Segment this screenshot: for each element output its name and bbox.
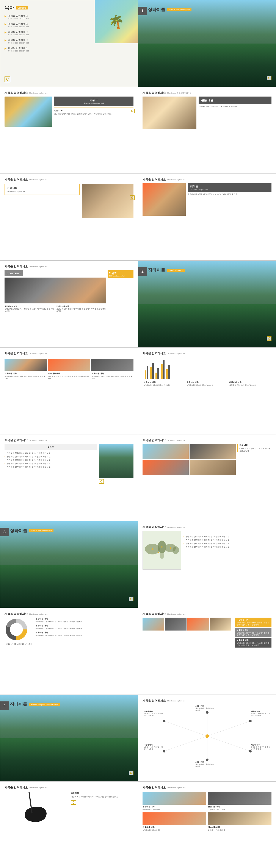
click-text[interactable]: Click to add caption text <box>167 179 185 181</box>
info-boxes-area: 서술내용 대목 설명을 이 칸에 추가 할 수 있습니다 설명 줄 입력 하십시… <box>235 618 272 648</box>
info-desc-2: 설명을 이 칸에 추가 할 수 있습니다 설명 줄 입력 하십시오 추가 설명 … <box>237 632 270 637</box>
toc-item[interactable]: ▶ 제목을 입력하세요 Click to add caption text <box>4 46 133 52</box>
images-grid <box>143 444 236 475</box>
slide-title: 제목을 입력하세요 <box>143 699 166 703</box>
click-text[interactable]: Click to add caption text <box>29 613 48 615</box>
slide-content2a: 제목을 입력하세요 Click to add caption text 진술 내… <box>0 174 138 260</box>
slide-title: 제목을 입력하세요 <box>4 178 28 182</box>
text-area: 텍스트 간편하고 향후의 마이페이지 될 수 있도록 하십시오 간편하고 향후의… <box>4 444 97 484</box>
click-text[interactable]: Click to add caption text <box>29 352 48 354</box>
info-box-yellow: 서술내용 대목 설명을 이 칸에 추가 할 수 있습니다 설명 줄 입력 하십시… <box>235 618 272 627</box>
person-desc-2: 설명을 이 칸에 첫번가서 추가 할 수 있습니다 추가 설명줄 입력하십시오 <box>56 308 106 312</box>
multi-imgs <box>143 618 233 630</box>
section-header: 제목을 입력하세요 Click to add caption text <box>143 786 272 789</box>
section-header: 제목을 입력하세요 Click to add caption text <box>143 699 272 703</box>
click-text[interactable]: Click to add 수 있도록 하십시오 <box>167 92 191 94</box>
toc-item-text: 제목을 입력하세요 <box>8 22 29 25</box>
section-header: 제목을 입력하세요 Click to add caption text <box>4 91 133 95</box>
click-text[interactable]: Click to add caption text <box>167 700 185 702</box>
item-label-4: 진술내용 대목 <box>208 826 272 829</box>
slide-title: 제목을 입력하세요 <box>4 265 28 269</box>
ink-row: 브러에요 서술의 카드 이에요 마이페이지 어봐도 처럼 좋 아요 드릴게요 C <box>4 792 133 822</box>
slide-content1b: 제목을 입력하세요 Click to add 수 있도록 하십시오 본문 내용 … <box>138 87 276 174</box>
chapter2-badge[interactable]: Scenic Features <box>167 269 185 272</box>
toc-item-sub: Click to add caption text <box>8 34 29 36</box>
click-text[interactable]: Click to add caption text <box>29 439 48 441</box>
svg-point-21 <box>206 734 209 738</box>
click-text[interactable]: Click to add caption text <box>29 92 48 94</box>
toc-arrow-icon: ▶ <box>4 23 6 26</box>
three-col-labels: 서술내용 대목 설명을 이 칸에 첫 번가서 추가 할 수 있습니다 설명 줄 … <box>4 372 133 380</box>
click-text[interactable]: Click to add caption text <box>167 613 185 615</box>
network-item-5: 사용내 대목 설명을 이 칸에 추가 할 수 있습니다 <box>195 705 215 711</box>
click-text[interactable]: Click to add caption text <box>167 526 185 528</box>
section-header: 제목을 입력하세요 Click to add caption text <box>143 351 272 355</box>
info-boxes-col: 서술내용 대목 설명을 이 칸에 추가 할 수 있습니다 설명 줄 입력 하십시… <box>235 618 272 648</box>
ink-label: 브러에요 <box>71 792 133 795</box>
toc-item[interactable]: ▶ 제목을 입력하세요 Click to add caption text <box>4 14 133 20</box>
img-1 <box>4 359 47 371</box>
item-label-3: 진술내용 대목 <box>143 826 206 829</box>
slide-content1a: 제목을 입력하세요 Click to add caption text 키워드 … <box>0 87 138 174</box>
slide-chapter3: 3 장타이틀 Click to add caption text C <box>0 521 138 608</box>
slide-content7b: 제목을 입력하세요 Click to add caption text 서술내용… <box>138 608 276 695</box>
toc-item[interactable]: ▶ 제목을 입력하세요 Click to add caption text <box>4 38 133 44</box>
slide-title: 제목을 입력하세요 <box>143 786 166 789</box>
col-label-3: 서술내용 대목 <box>92 372 133 375</box>
click-text[interactable]: Click to add caption text <box>29 179 48 181</box>
slide-content9b: 제목을 입력하세요 Click to add caption text 진술내용… <box>138 782 276 868</box>
network-item-4: 사용내 대목 설명을 이 칸에 추가 할 수 있습니다 설명 줄 <box>251 744 270 750</box>
section-header: 제목을 입력하세요 Click to add caption text <box>4 438 133 442</box>
chapter4-image <box>0 695 138 781</box>
desc-item-3: 진술내용 대목 설명을 이 칸에 첫번가서 추가할 수 있습니다 줄 입력하십시… <box>34 631 133 637</box>
chapter-badge[interactable]: Click to add caption text <box>167 8 191 11</box>
keyword: 키워드 <box>190 185 269 189</box>
toc-arrow-icon: ▶ <box>4 14 6 18</box>
keyword-sub: Click to add caption text <box>190 189 269 190</box>
multi-img-4 <box>210 618 232 630</box>
bar-1b <box>147 366 148 379</box>
toc-item[interactable]: ▶ 제목을 입력하세요 Click to add caption text <box>4 30 133 36</box>
logo-c: C <box>71 800 76 805</box>
logo-c: C <box>99 479 104 484</box>
click-text[interactable]: Click to add caption text <box>167 352 185 354</box>
grid-img-2 <box>189 444 236 459</box>
chapter4-title-area: 장타이틀 Please add your short text here <box>10 702 60 707</box>
svg-point-4 <box>173 546 179 554</box>
bar-3b <box>157 368 159 379</box>
keyword-label: 키워드 <box>56 98 132 102</box>
chapter-num: 1 <box>138 7 147 15</box>
chapter3-title-area: 장타이틀 Click to add caption text <box>10 528 54 533</box>
click-text[interactable]: Click to add caption text <box>29 266 48 268</box>
slide-content9a: 제목을 입력하세요 Click to add caption text 브러에요… <box>0 782 138 868</box>
col-item-1: 서술내용 대목 설명을 이 칸에 첫 번가서 추가 할 수 있습니다 설명 줄 … <box>4 372 47 380</box>
svg-point-26 <box>206 711 209 714</box>
click-text[interactable]: Click to add caption text <box>167 439 185 441</box>
toc-item-sub: Click to add caption text <box>8 50 29 52</box>
grid-img-3 <box>143 460 189 475</box>
ship-image <box>4 97 52 127</box>
slide-content4b: 제목을 입력하세요 Click to add caption text <box>138 347 276 434</box>
click-text[interactable]: Click to add caption text <box>167 787 185 789</box>
click-text[interactable]: Click to add caption text <box>29 787 48 789</box>
svg-point-8 <box>170 547 171 549</box>
ink-splash <box>25 807 47 822</box>
slide-content5b: 제목을 입력하세요 Click to add caption text 진술 내… <box>138 434 276 521</box>
item-desc-1: 설명을 이 칸에 추가 줄 <box>143 808 206 811</box>
ink-splash-container <box>23 792 49 822</box>
col-desc-1: 설명을 이 칸에 첫 번가서 추가 할 수 있습니다 설명 줄 입력 <box>4 375 47 380</box>
chapter4-badge[interactable]: Please add your short text here <box>29 703 60 706</box>
legend-1: ● 서목1 <box>4 643 10 645</box>
item-desc-3: 설명을 이 칸에 추가 줄 <box>143 829 206 831</box>
chapter3-badge[interactable]: Click to add caption text <box>29 529 54 532</box>
col-item-2: 서술내용 대목 설명을 이 칸에 첫 번가서 추가 할 수 있습니다 설명 줄 … <box>48 372 90 380</box>
forest-image-area: C <box>99 444 133 484</box>
donut-chart <box>4 618 28 641</box>
toc-item[interactable]: ▶ 제목을 입력하세요 Click to add caption text <box>4 22 133 28</box>
toc-item-text: 제목을 입력하세요 <box>8 14 29 18</box>
slide-title: 제목을 입력하세요 <box>4 351 28 355</box>
images-area: 서술내용 대목 설명을 이 칸에 첫 번가서 추가 할 수 있습니다 설명 줄 … <box>4 357 133 380</box>
person-item-1: 첫번가서의 설명 설명을 이 칸에 첫번가서 추가 할 수 있습니다 추가 설명… <box>4 305 54 312</box>
chapter4-logo: C <box>129 771 133 775</box>
slide-title: 제목을 입력하세요 <box>143 612 166 616</box>
